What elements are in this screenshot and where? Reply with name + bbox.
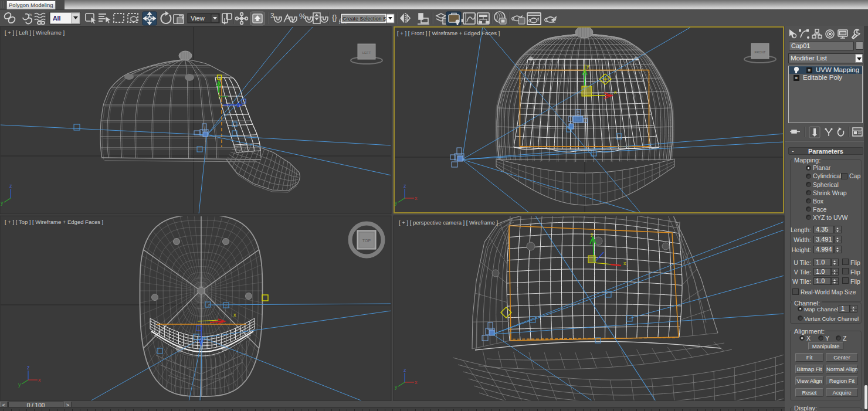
svg-text:FRONT: FRONT xyxy=(755,50,767,54)
svg-text:x: x xyxy=(233,312,236,318)
svg-text:y: y xyxy=(591,231,594,237)
svg-text:[ + ] [ perspective camera ] [: [ + ] [ perspective camera ] [ Wireframe… xyxy=(399,219,498,226)
svg-text:z: z xyxy=(404,183,406,189)
svg-text:%: % xyxy=(299,12,306,21)
svg-text:z: z xyxy=(27,365,30,371)
svg-text:[ + ] [ Top ] [ Wireframe + Ed: [ + ] [ Top ] [ Wireframe + Edged Faces … xyxy=(5,219,103,225)
svg-text:y: y xyxy=(586,63,589,69)
svg-text:LEFT: LEFT xyxy=(362,51,371,55)
svg-text:y: y xyxy=(395,200,398,206)
svg-text:TOP: TOP xyxy=(362,239,371,243)
svg-text:x: x xyxy=(415,195,418,201)
svg-text:3: 3 xyxy=(270,12,274,20)
svg-text:[ + ] [ Front ] [ Wireframe +: [ + ] [ Front ] [ Wireframe + Edged Face… xyxy=(397,30,500,36)
svg-text:y: y xyxy=(395,384,398,390)
svg-text:View: View xyxy=(191,15,205,22)
svg-text:x: x xyxy=(623,260,626,266)
svg-text:x: x xyxy=(38,377,41,383)
svg-text:z: z xyxy=(9,183,12,189)
svg-text:x: x xyxy=(614,89,617,95)
svg-text:Create Selection Se: Create Selection Se xyxy=(343,16,389,22)
svg-text:y: y xyxy=(1,200,4,206)
svg-text:y: y xyxy=(18,382,21,388)
svg-text:[ + ] [ Left ] [ Wireframe ]: [ + ] [ Left ] [ Wireframe ] xyxy=(5,29,65,36)
svg-text:x: x xyxy=(415,379,418,385)
svg-text:%: % xyxy=(29,13,32,16)
svg-text:z: z xyxy=(404,367,406,373)
svg-text:All: All xyxy=(53,15,61,22)
svg-text:{}: {} xyxy=(332,13,337,22)
